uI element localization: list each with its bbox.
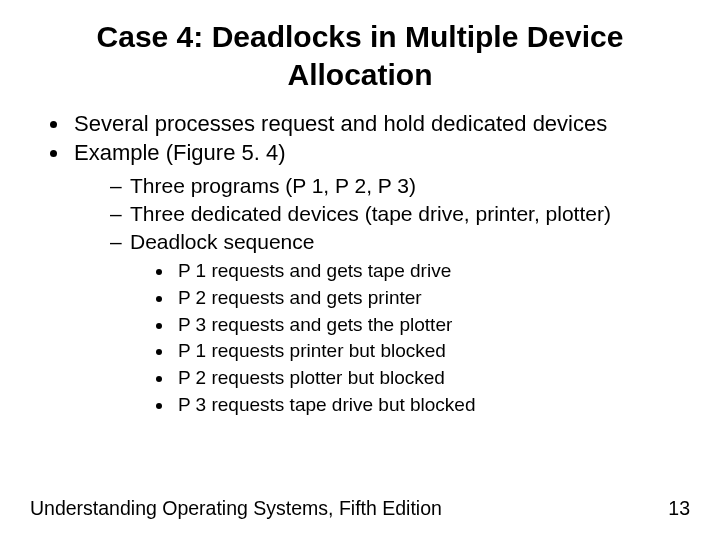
bullet-list-level3: P 1 requests and gets tape drive P 2 req… (130, 259, 690, 417)
page-number: 13 (668, 497, 690, 520)
list-item: P 2 requests and gets printer (174, 286, 690, 311)
list-item: Deadlock sequence P 1 requests and gets … (110, 229, 690, 417)
footer-text: Understanding Operating Systems, Fifth E… (30, 497, 442, 520)
slide-footer: Understanding Operating Systems, Fifth E… (30, 497, 690, 520)
list-item-label: Example (Figure 5. 4) (74, 140, 286, 165)
list-item: Several processes request and hold dedic… (70, 111, 690, 138)
list-item: Three dedicated devices (tape drive, pri… (110, 201, 690, 227)
list-item: P 3 requests and gets the plotter (174, 313, 690, 338)
list-item: P 1 requests printer but blocked (174, 339, 690, 364)
list-item-label: Deadlock sequence (130, 230, 314, 253)
slide-title: Case 4: Deadlocks in Multiple Device All… (90, 18, 630, 93)
list-item: Three programs (P 1, P 2, P 3) (110, 173, 690, 199)
list-item: P 2 requests plotter but blocked (174, 366, 690, 391)
list-item: P 3 requests tape drive but blocked (174, 393, 690, 418)
list-item: Example (Figure 5. 4) Three programs (P … (70, 140, 690, 418)
bullet-list-level1: Several processes request and hold dedic… (30, 111, 690, 418)
list-item: P 1 requests and gets tape drive (174, 259, 690, 284)
bullet-list-level2: Three programs (P 1, P 2, P 3) Three ded… (74, 173, 690, 418)
slide: Case 4: Deadlocks in Multiple Device All… (0, 0, 720, 540)
